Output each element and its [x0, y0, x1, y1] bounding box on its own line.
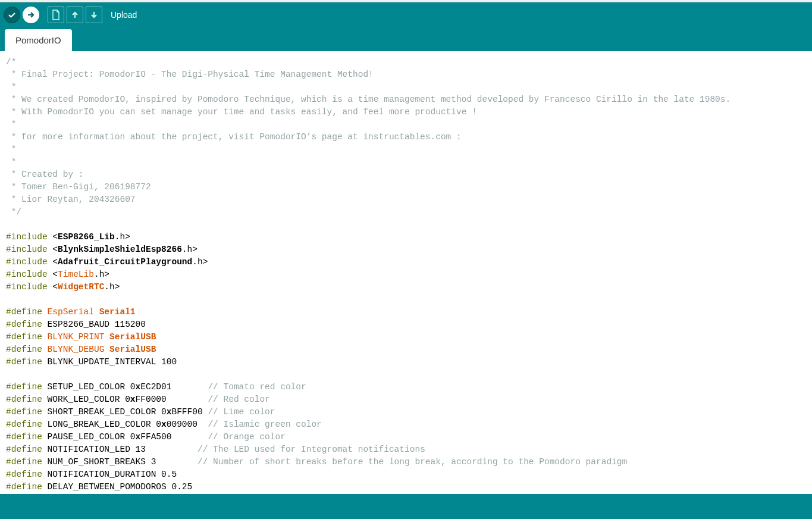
- save-button[interactable]: [86, 7, 102, 23]
- verify-button[interactable]: [4, 7, 20, 23]
- tab-pomodorio[interactable]: PomodorIO: [5, 29, 72, 51]
- arrow-right-icon: [26, 10, 36, 20]
- open-button[interactable]: [67, 7, 83, 23]
- upload-button[interactable]: [23, 7, 39, 23]
- code-editor[interactable]: /* * Final Project: PomodorIO - The Digi…: [0, 51, 812, 494]
- toolbar: Upload: [0, 2, 812, 27]
- file-icon: [51, 10, 61, 20]
- arrow-up-icon: [70, 10, 80, 20]
- check-icon: [7, 10, 17, 20]
- code-content: /* * Final Project: PomodorIO - The Digi…: [6, 57, 731, 492]
- tab-label: PomodorIO: [15, 35, 61, 45]
- tab-bar: PomodorIO: [0, 27, 812, 51]
- status-bar: [0, 494, 812, 519]
- arrow-down-icon: [89, 10, 99, 20]
- toolbar-hint-label: Upload: [111, 10, 137, 20]
- new-button[interactable]: [48, 7, 64, 23]
